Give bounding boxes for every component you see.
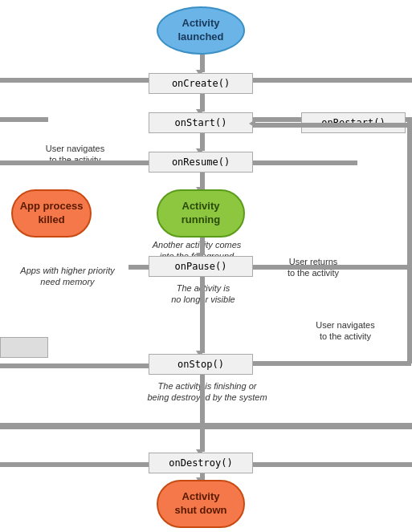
bar-right-onpause xyxy=(253,265,412,270)
ondestroy-box: onDestroy() xyxy=(149,453,253,473)
app-process-killed-label: App process killed xyxy=(20,200,84,227)
app-process-killed-node: App process killed xyxy=(11,189,92,238)
onpause-label: onPause() xyxy=(174,261,226,272)
ondestroy-label: onDestroy() xyxy=(169,457,232,469)
bar-right-oncreate xyxy=(253,78,412,83)
bar-left-onstop xyxy=(0,363,149,368)
activity-shutdown-node: Activity shut down xyxy=(157,480,245,528)
activity-running-node: Activity running xyxy=(157,189,245,238)
onstop-box: onStop() xyxy=(149,354,253,375)
bar-to-onrestart xyxy=(301,123,407,128)
onstart-box: onStart() xyxy=(149,112,253,133)
user-navigates2-label: User navigates to the activity xyxy=(285,319,406,343)
bar-right-onstop xyxy=(253,361,411,366)
onstart-label: onStart() xyxy=(174,117,226,128)
activity-lifecycle-diagram: Activity launched onCreate() onStart() o… xyxy=(0,0,412,532)
oncreate-box: onCreate() xyxy=(149,73,253,94)
arrow-divider-to-ondestroy xyxy=(200,429,205,452)
arrow-onstop-divider xyxy=(200,375,205,423)
bar-left-oncreate xyxy=(0,78,149,83)
onresume-box: onResume() xyxy=(149,152,253,173)
activity-running-label: Activity running xyxy=(182,200,220,227)
bar-left-onpause xyxy=(128,265,149,270)
arrowhead-onrestart xyxy=(249,120,255,128)
finishing-label: The activity is finishing or being destr… xyxy=(119,380,296,404)
oncreate-label: onCreate() xyxy=(172,78,230,89)
onstop-label: onStop() xyxy=(177,359,224,370)
bar-right-ondestroy xyxy=(253,462,412,467)
bar-right-onresume xyxy=(253,160,357,165)
bar-left-ondestroy xyxy=(0,462,149,467)
onresume-label: onResume() xyxy=(172,156,230,168)
activity-shutdown-label: Activity shut down xyxy=(175,490,227,518)
arrow-onpause-to-onstop xyxy=(200,277,205,353)
onpause-box: onPause() xyxy=(149,256,253,277)
right-side-bar-tall xyxy=(407,123,412,363)
separator-bar xyxy=(0,423,412,429)
left-gray-box-onstop xyxy=(0,337,48,358)
bar-onrestart-to-onstart xyxy=(253,123,301,128)
activity-launched-node: Activity launched xyxy=(157,6,245,55)
apps-higher-priority-label: Apps with higher priority need memory xyxy=(3,265,132,288)
bar-left-onstart xyxy=(0,117,48,122)
activity-launched-label: Activity launched xyxy=(177,17,223,44)
bar-left-onresume xyxy=(0,160,149,165)
